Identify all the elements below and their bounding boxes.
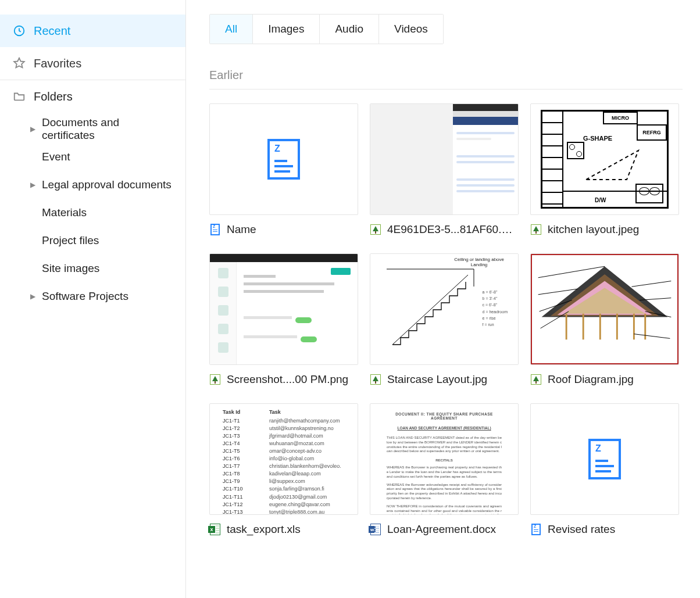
folder-label: Event xyxy=(42,151,70,163)
folder-item[interactable]: ▶ Site images xyxy=(0,255,185,282)
image-icon xyxy=(209,374,221,385)
file-name: Screenshot....00 PM.png xyxy=(227,373,348,386)
kitchen-micro-label: MICRO xyxy=(603,112,638,124)
section-label: Earlier xyxy=(209,69,683,89)
file-name: Roof Diagram.jpg xyxy=(548,373,634,386)
folder-item[interactable]: ▶ Software Projects xyxy=(0,282,185,310)
folder-item[interactable]: ▶ Legal approval documents xyxy=(0,171,185,199)
sidebar-recent[interactable]: Recent xyxy=(0,15,185,47)
zdoc-icon xyxy=(209,224,221,235)
folder-label: Software Projects xyxy=(42,290,128,303)
image-icon xyxy=(370,224,381,235)
chevron-right-icon: ▶ xyxy=(30,181,36,189)
stair-title1: Ceiling or landing above xyxy=(454,257,504,262)
sidebar-folders-label: Folders xyxy=(34,90,73,103)
file-name: Staircase Layout.jpg xyxy=(387,373,487,386)
zdoc-icon xyxy=(530,524,542,535)
document-icon xyxy=(588,439,621,479)
kitchen-dw-label: D/W xyxy=(595,197,606,203)
folder-item[interactable]: ▶ Materials xyxy=(0,199,185,227)
file-thumbnail xyxy=(530,403,679,515)
file-thumbnail xyxy=(530,253,679,365)
svg-line-15 xyxy=(632,281,672,287)
filter-tabs: All Images Audio Videos xyxy=(209,14,444,44)
folder-tree: ▶ Documents and certificates ▶ Event ▶ L… xyxy=(0,113,185,317)
folder-label: Site images xyxy=(42,262,99,275)
folder-icon xyxy=(13,90,26,103)
star-icon xyxy=(13,57,26,70)
sidebar-favorites[interactable]: Favorites xyxy=(0,47,185,80)
tab-all[interactable]: All xyxy=(210,15,253,44)
file-card[interactable]: Task IdTaskJC1-T1ranjith@themathcompany.… xyxy=(209,403,358,536)
file-name: 4E961DE3-5...81AF60.png xyxy=(387,223,515,236)
tab-images[interactable]: Images xyxy=(253,15,320,44)
docx-icon xyxy=(370,524,381,535)
file-name: kitchen layout.jpeg xyxy=(548,223,639,236)
document-icon xyxy=(267,139,300,180)
folder-item[interactable]: ▶ Event xyxy=(0,143,185,171)
sidebar: Recent Favorites Folders ▶ Documents and… xyxy=(0,0,186,598)
image-icon xyxy=(530,224,542,235)
folder-label: Project files xyxy=(42,234,99,247)
file-thumbnail: Ceiling or landing aboveLanding a = 6'-8… xyxy=(370,253,519,365)
folder-label: Documents and certificates xyxy=(42,116,173,142)
file-name: Loan-Agreement.docx xyxy=(387,523,496,536)
tab-videos[interactable]: Videos xyxy=(379,15,443,44)
file-card[interactable]: 4E961DE3-5...81AF60.png xyxy=(370,103,519,236)
sidebar-favorites-label: Favorites xyxy=(34,57,81,70)
file-card[interactable]: Screenshot....00 PM.png xyxy=(209,253,358,386)
sidebar-recent-label: Recent xyxy=(34,24,70,38)
file-thumbnail xyxy=(209,253,358,365)
file-card[interactable]: MICRO REFRG G-SHAPE D/W kitchen layout.j… xyxy=(530,103,679,236)
file-thumbnail: DOCUMENT II: THE EQUITY SHARE PURCHASE A… xyxy=(370,403,519,515)
file-thumbnail xyxy=(370,103,519,215)
file-card[interactable]: Roof Diagram.jpg xyxy=(530,253,679,386)
file-name: Name xyxy=(227,223,256,236)
image-icon xyxy=(530,374,542,385)
xls-icon xyxy=(209,524,221,535)
chevron-right-icon: ▶ xyxy=(30,125,36,133)
kitchen-refrg-label: REFRG xyxy=(637,124,667,141)
file-name: Revised rates xyxy=(548,523,615,536)
kitchen-gshape-label: G-SHAPE xyxy=(583,135,612,142)
folder-label: Materials xyxy=(42,206,87,219)
folder-label: Legal approval documents xyxy=(42,178,172,191)
file-card[interactable]: Ceiling or landing aboveLanding a = 6'-8… xyxy=(370,253,519,386)
chevron-right-icon: ▶ xyxy=(30,292,36,300)
file-grid: Name 4E961DE3-5...81AF60.png xyxy=(209,103,683,536)
tab-audio[interactable]: Audio xyxy=(320,15,379,44)
file-name: task_export.xls xyxy=(227,523,301,536)
sidebar-folders-header[interactable]: Folders xyxy=(0,80,185,113)
folder-item[interactable]: ▶ Documents and certificates xyxy=(0,115,185,143)
file-thumbnail xyxy=(209,103,358,215)
clock-icon xyxy=(13,24,26,37)
file-thumbnail: MICRO REFRG G-SHAPE D/W xyxy=(530,103,679,215)
file-thumbnail: Task IdTaskJC1-T1ranjith@themathcompany.… xyxy=(209,403,358,515)
image-icon xyxy=(370,374,381,385)
docx-h1: DOCUMENT II: THE EQUITY SHARE PURCHASE A… xyxy=(387,412,502,420)
file-card[interactable]: DOCUMENT II: THE EQUITY SHARE PURCHASE A… xyxy=(370,403,519,536)
file-card[interactable]: Name xyxy=(209,103,358,236)
main-content: All Images Audio Videos Earlier Name xyxy=(186,0,700,598)
folder-item[interactable]: ▶ Project files xyxy=(0,227,185,255)
svg-line-18 xyxy=(634,334,670,339)
file-card[interactable]: Revised rates xyxy=(530,403,679,536)
docx-h2: LOAN AND SECURITY AGREEMENT (RESIDENTIAL… xyxy=(387,426,502,430)
